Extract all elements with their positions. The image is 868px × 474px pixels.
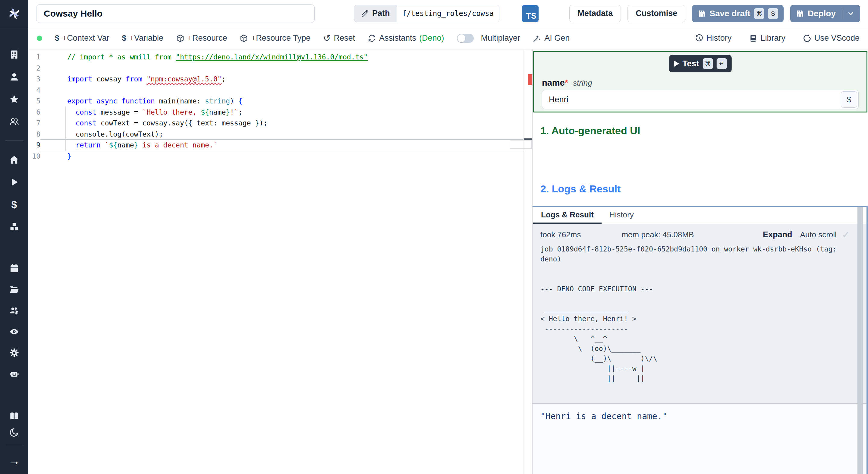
line-number: 8 bbox=[28, 129, 40, 140]
tab-history[interactable]: History bbox=[601, 207, 642, 224]
use-vscode-button[interactable]: Use VScode bbox=[803, 33, 860, 43]
home-icon bbox=[9, 155, 19, 165]
indent-guide bbox=[65, 107, 66, 151]
add-variable-button[interactable]: $ +Variable bbox=[122, 33, 163, 43]
add-resource-type-button[interactable]: +Resource Type bbox=[240, 33, 310, 43]
code-line[interactable]: console.log(cowText); bbox=[40, 129, 532, 140]
mem-peak-stat: mem peak: 45.08MB bbox=[621, 230, 694, 239]
metadata-button[interactable]: Metadata bbox=[569, 5, 621, 22]
sidebar-collapse-button[interactable]: → bbox=[0, 449, 28, 472]
sidebar-item-workers[interactable] bbox=[0, 300, 28, 321]
sidebar-item-audit[interactable] bbox=[0, 321, 28, 342]
toolbar-right: History Library Use VScode bbox=[695, 33, 860, 43]
code-line[interactable]: const cowText = cowsay.say({ text: messa… bbox=[40, 118, 532, 129]
multiplayer-toggle[interactable] bbox=[457, 34, 474, 43]
status-dot bbox=[37, 36, 42, 41]
customise-button[interactable]: Customise bbox=[627, 5, 685, 22]
sidebar-item-settings[interactable] bbox=[0, 342, 28, 363]
users-gear-icon bbox=[9, 305, 19, 316]
play-icon bbox=[674, 60, 679, 67]
auto-scroll-label[interactable]: Auto scroll bbox=[800, 230, 836, 239]
path-label: Path bbox=[372, 9, 390, 18]
save-icon bbox=[698, 9, 706, 18]
sidebar-item-groups[interactable] bbox=[0, 110, 28, 133]
windmill-logo[interactable] bbox=[0, 0, 28, 27]
code-line[interactable]: const message = `Hello there, ${name}!`; bbox=[40, 107, 532, 118]
history-button[interactable]: History bbox=[695, 33, 732, 43]
sidebar-divider bbox=[5, 445, 23, 445]
line-number: 5 bbox=[28, 96, 40, 107]
chevron-down-icon[interactable] bbox=[847, 10, 855, 18]
logs-tabs: Logs & Result History bbox=[532, 207, 867, 224]
code-line[interactable]: export async function main(name: string)… bbox=[40, 96, 532, 107]
line-number: 10 bbox=[28, 151, 40, 162]
add-context-var-button[interactable]: $ +Context Var bbox=[55, 33, 110, 43]
argument-type: string bbox=[573, 79, 592, 88]
add-context-var-label: +Context Var bbox=[62, 33, 109, 43]
code-line[interactable] bbox=[40, 63, 532, 74]
script-path-value[interactable]: f/testing_roles/cowsa bbox=[397, 5, 499, 22]
auto-generated-ui-box: Test ⌘ ↵ name* string $ bbox=[533, 51, 867, 113]
line-number: 4 bbox=[28, 85, 40, 96]
sidebar-item-favorites[interactable] bbox=[0, 88, 28, 110]
sidebar-item-theme[interactable] bbox=[0, 424, 28, 441]
sidebar-bottom: → bbox=[0, 408, 28, 474]
sidebar-item-workspace[interactable] bbox=[0, 43, 28, 66]
logs-result-panel: Logs & Result History took 762ms mem pea… bbox=[532, 206, 868, 474]
sidebar-item-runs[interactable] bbox=[0, 171, 28, 193]
dollar-icon: $ bbox=[11, 199, 17, 210]
sidebar-item-variables[interactable]: $ bbox=[0, 193, 28, 215]
code-line[interactable]: import cowsay from "npm:cowsay@1.5.0"; bbox=[40, 73, 532, 85]
sidebar-item-docs[interactable] bbox=[0, 408, 28, 424]
assistants-button[interactable]: Assistants (Deno) bbox=[368, 33, 444, 43]
sidebar-item-home[interactable] bbox=[0, 149, 28, 171]
panel-scrollbar[interactable] bbox=[858, 207, 863, 474]
typescript-badge: TS bbox=[522, 5, 538, 22]
save-draft-button[interactable]: Save draft ⌘ S bbox=[692, 5, 783, 22]
reset-label: Reset bbox=[334, 33, 355, 43]
history-icon bbox=[695, 34, 703, 42]
code-area[interactable]: // import * as wmill from "https://deno.… bbox=[40, 50, 532, 474]
path-group: Path f/testing_roles/cowsa bbox=[354, 5, 499, 22]
sidebar-item-folders[interactable] bbox=[0, 279, 28, 300]
test-button[interactable]: Test ⌘ ↵ bbox=[669, 55, 732, 72]
sidebar-item-resources[interactable] bbox=[0, 215, 28, 238]
save-draft-label: Save draft bbox=[710, 9, 750, 19]
play-icon bbox=[9, 177, 19, 187]
job-log-output: job 0189d64f-812b-525e-f020-652bd9da1100… bbox=[540, 244, 859, 384]
sidebar-item-ai[interactable] bbox=[0, 363, 28, 384]
script-title-input[interactable] bbox=[36, 4, 315, 23]
library-button[interactable]: Library bbox=[749, 33, 785, 43]
add-resource-button[interactable]: +Resource bbox=[176, 33, 227, 43]
deploy-button[interactable]: Deploy bbox=[790, 5, 860, 22]
sidebar-item-user[interactable] bbox=[0, 66, 28, 88]
kbd-cmd: ⌘ bbox=[754, 8, 764, 19]
name-argument-input[interactable] bbox=[542, 95, 841, 104]
code-editor[interactable]: 12345678910 // import * as wmill from "h… bbox=[28, 50, 532, 474]
reset-icon: ↺ bbox=[323, 34, 331, 43]
cubes-icon bbox=[9, 221, 19, 232]
code-line[interactable]: // import * as wmill from "https://deno.… bbox=[40, 52, 532, 63]
section-logs-result: 2. Logs & Result bbox=[540, 183, 621, 195]
reset-button[interactable]: ↺ Reset bbox=[323, 33, 355, 43]
ai-gen-button[interactable]: AI Gen bbox=[533, 33, 569, 43]
code-line[interactable]: return `${name} is a decent name.` bbox=[40, 140, 532, 151]
argument-label-row: name* string bbox=[542, 78, 592, 88]
code-line[interactable] bbox=[40, 85, 532, 96]
book-icon bbox=[749, 34, 757, 42]
argument-name: name* bbox=[542, 78, 568, 88]
line-number-gutter: 12345678910 bbox=[28, 50, 40, 474]
edit-path-button[interactable]: Path bbox=[354, 5, 397, 22]
sidebar-item-schedules[interactable] bbox=[0, 258, 28, 279]
expand-button[interactable]: Expand bbox=[763, 230, 792, 239]
check-icon[interactable]: ✓ bbox=[842, 230, 849, 240]
assistants-label: Assistants bbox=[379, 33, 416, 43]
add-variable-label: +Variable bbox=[129, 33, 163, 43]
code-line[interactable]: } bbox=[40, 151, 532, 162]
tab-logs-result[interactable]: Logs & Result bbox=[533, 207, 601, 224]
insert-variable-button[interactable]: $ bbox=[841, 91, 857, 108]
line-number: 2 bbox=[28, 63, 40, 74]
content: 12345678910 // import * as wmill from "h… bbox=[28, 50, 868, 474]
windmill-logo-icon bbox=[7, 7, 21, 21]
run-stats: took 762ms mem peak: 45.08MB Expand Auto… bbox=[532, 224, 867, 242]
